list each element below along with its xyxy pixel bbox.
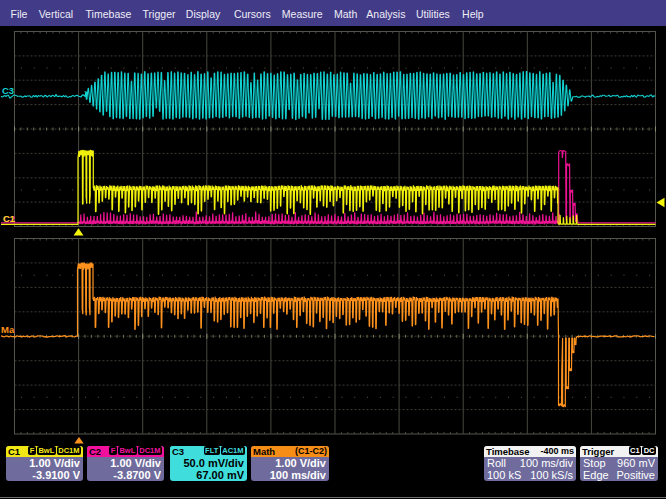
svg-text:C3: C3 xyxy=(2,85,14,96)
svg-text:Ma: Ma xyxy=(1,324,15,335)
svg-text:C1: C1 xyxy=(3,213,16,224)
